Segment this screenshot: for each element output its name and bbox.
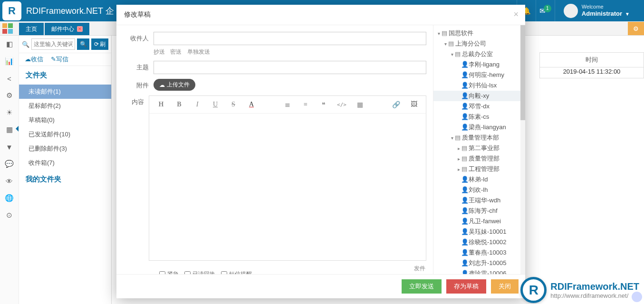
upload-label: 上传文件 — [167, 81, 190, 89]
tb-underline[interactable]: U — [206, 96, 224, 113]
modal-title: 修改草稿 — [124, 10, 151, 18]
recipient-label: 收件人 — [123, 32, 154, 43]
close-button[interactable]: 关闭 — [491, 279, 519, 294]
tree-node[interactable]: 👤向毅-xy — [433, 91, 525, 101]
editor-toolbar: H B I U S A ≣ ≡ ❝ </> ▦ 🔗 🖼 — [149, 95, 426, 114]
tree-node[interactable]: 👤刘书仙-lsx — [433, 80, 525, 91]
tree-node[interactable]: 👤刘志升-10005 — [433, 258, 525, 268]
tree-node[interactable]: 👤王端华-wdh — [433, 195, 525, 206]
upload-button[interactable]: ☁ 上传文件 — [154, 79, 195, 91]
send-button[interactable]: 立即发送 — [402, 279, 442, 294]
tree-node[interactable]: 👤李刚-ligang — [433, 59, 525, 70]
recipient-input[interactable] — [154, 32, 426, 45]
modal-title-bar: 修改草稿 × — [116, 5, 525, 25]
sms-remind-checkbox[interactable]: 短信提醒 — [221, 270, 252, 274]
tree-node[interactable]: ▸▤第二事业部 — [433, 143, 525, 153]
tb-ol[interactable]: ≡ — [297, 96, 315, 113]
tb-code[interactable]: </> — [333, 96, 351, 113]
tree-node[interactable]: 👤梁燕-liangyan — [433, 122, 525, 133]
tree-node[interactable]: 👤陈素-cs — [433, 112, 525, 122]
cc-link[interactable]: 抄送 — [154, 48, 165, 55]
tree-node[interactable]: 👤凡卫-fanwei — [433, 216, 525, 227]
tb-table[interactable]: ▦ — [351, 96, 369, 113]
org-tree[interactable]: ▾▤国思软件▾▤上海分公司▾▤总裁办公室 👤李刚-ligang 👤何明应-hem… — [433, 25, 525, 274]
attachment-label: 附件 — [123, 79, 154, 90]
tb-ul[interactable]: ≣ — [279, 96, 297, 113]
tree-node[interactable]: ▸▤质量管理部 — [433, 153, 525, 164]
sms-remind-label: 短信提醒 — [229, 270, 252, 274]
tree-node[interactable]: ▾▤上海分公司 — [433, 38, 525, 49]
save-draft-button[interactable]: 存为草稿 — [446, 279, 486, 294]
corner-indicator — [632, 292, 642, 302]
tb-quote[interactable]: ❝ — [315, 96, 333, 113]
tree-node[interactable]: ▾▤国思软件 — [433, 28, 525, 38]
tree-scrollbar[interactable] — [520, 25, 525, 274]
urgent-checkbox[interactable]: 紧急 — [159, 270, 179, 274]
sender-label: 发件 — [412, 265, 427, 273]
tree-node[interactable]: 👤吴珏妹-10001 — [433, 227, 525, 237]
tb-link[interactable]: 🔗 — [387, 96, 405, 113]
tb-heading[interactable]: H — [152, 96, 170, 113]
editor-body[interactable] — [149, 114, 426, 261]
read-receipt-label: 已读回执 — [192, 270, 215, 274]
subject-label: 主题 — [123, 61, 154, 72]
tree-node[interactable]: 👤刘欢-lh — [433, 185, 525, 195]
urgent-label: 紧急 — [167, 270, 179, 274]
tb-image[interactable]: 🖼 — [405, 96, 423, 113]
modal-close-icon[interactable]: × — [513, 10, 519, 19]
bcc-link[interactable]: 密送 — [170, 48, 182, 55]
tb-bold[interactable]: B — [170, 96, 188, 113]
tree-node[interactable]: 👤徐晓悦-10002 — [433, 237, 525, 247]
read-receipt-checkbox[interactable]: 已读回执 — [184, 270, 215, 274]
tree-node[interactable]: 👤邓雪-dx — [433, 101, 525, 112]
tree-node[interactable]: 👤何明应-hemy — [433, 70, 525, 80]
tree-node[interactable]: 👤陈海芳-chf — [433, 206, 525, 216]
tb-color[interactable]: A — [242, 96, 260, 113]
scroll-thumb[interactable] — [520, 25, 525, 120]
tb-sep2 — [369, 96, 387, 113]
tree-node[interactable]: 👤龚珍雷-10006 — [433, 268, 525, 274]
edit-draft-modal: 修改草稿 × 收件人 抄送 密送 单独发送 主题 附件 — [116, 5, 525, 298]
modal-footer: 立即发送 存为草稿 关闭 — [116, 274, 525, 298]
tree-node[interactable]: ▾▤质量管理本部 — [433, 133, 525, 143]
subject-input[interactable] — [154, 61, 426, 74]
tb-strike[interactable]: S — [224, 96, 242, 113]
tree-node[interactable]: ▾▤总裁办公室 — [433, 49, 525, 59]
form-area: 收件人 抄送 密送 单独发送 主题 附件 ☁ 上传文件 内容 — [116, 25, 433, 274]
tree-node[interactable]: ▸▤工程管理部 — [433, 164, 525, 174]
single-send-link[interactable]: 单独发送 — [187, 48, 210, 55]
tree-node[interactable]: 👤林弟-ld — [433, 174, 525, 185]
tb-sep1 — [260, 96, 279, 113]
tb-italic[interactable]: I — [188, 96, 206, 113]
tree-node[interactable]: 👤董春燕-10003 — [433, 247, 525, 258]
content-label: 内容 — [123, 95, 149, 106]
